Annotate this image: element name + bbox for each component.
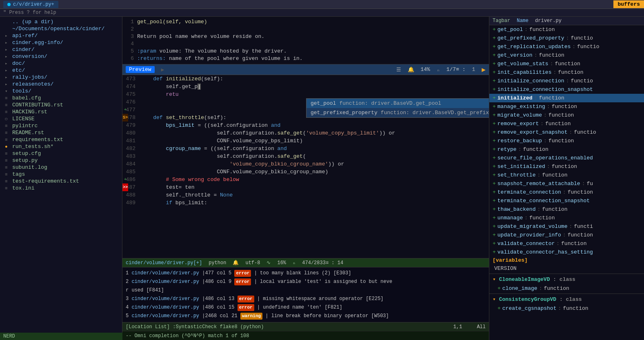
line-content-483: self.configuration.safe_get( (139, 152, 489, 160)
error-link-2[interactable]: cinder/volume/driver.py (131, 279, 199, 285)
tag-update-provider-info[interactable]: +update_provider_info : function (489, 231, 644, 239)
file-icon: ≡ (5, 96, 11, 101)
sidebar-item-test-requirements[interactable]: ≡ test-requirements.txt (0, 178, 122, 185)
tag-set-throttle[interactable]: +set_throttle : function (489, 171, 644, 179)
active-tab[interactable]: c/v/driver.py+ (3, 1, 58, 8)
sidebar-item-label: releasenotes/ (12, 81, 53, 87)
tag-restore-backup[interactable]: +restore_backup : function (489, 137, 644, 145)
sidebar-item-rally-jobs[interactable]: ▸ rally-jobs/ (0, 74, 122, 81)
line-content-486: # Some wrong code below (139, 176, 489, 183)
tag-initialize-connection-snapshot[interactable]: +initialize_connection_snapshot (489, 85, 644, 94)
tag-get-replication-updates[interactable]: +get_replication_updates : functio (489, 42, 644, 51)
sidebar-item-pylintrc[interactable]: ≡ pylintrc (0, 122, 122, 129)
tag-remove-export-snapshot[interactable]: +remove_export_snapshot : functio (489, 128, 644, 137)
sidebar-item-setup-cfg[interactable]: ≡ setup.cfg (0, 150, 122, 157)
sidebar-item-label: subunit.log (12, 164, 47, 170)
tag-validate-connector[interactable]: +validate_connector : function (489, 239, 644, 248)
tag-thaw-backend[interactable]: +thaw_backend : function (489, 205, 644, 214)
error-link-4[interactable]: cinder/volume/driver.py (131, 305, 199, 310)
tag-get-version[interactable]: +get_version : function (489, 51, 644, 60)
tag-snapshot-remote-attachable[interactable]: +snapshot_remote_attachable : fu (489, 179, 644, 188)
dir-icon: ▸ (5, 61, 11, 66)
autocomplete-popup[interactable]: get_pool function: driver.BaseVD.get_poo… (306, 98, 489, 118)
sidebar-item-cinder-path[interactable]: ~/Documents/openstack/cinder/ (0, 25, 122, 32)
sidebar-item-doc[interactable]: ▸ doc/ (0, 60, 122, 67)
file-icon: ≡ (5, 186, 11, 191)
sidebar-item-label: rally-jobs/ (12, 74, 47, 80)
sidebar-item-readme[interactable]: ≡ README.rst (0, 129, 122, 136)
tag-get-prefixed-property[interactable]: +get_prefixed_property : functio (489, 34, 644, 42)
tag-version[interactable]: VERSION (489, 264, 644, 273)
status-bar: cinder/volume/driver.py[+] python 🔔 utf-… (122, 258, 489, 267)
gutter-plus-486: + (122, 176, 128, 183)
sidebar-item-label: babel.cfg (12, 95, 41, 101)
tag-terminate-connection[interactable]: +terminate_connection : function (489, 188, 644, 196)
buffer-label[interactable]: buffers (613, 0, 644, 8)
tagbar-header: Tagbar Name driver.py (489, 17, 644, 25)
omni-text: -- Omni completion (^O^N^P) match 1 of 1… (126, 333, 249, 339)
error-link-3[interactable]: cinder/volume/driver.py (131, 296, 199, 302)
line-content-489: if bps_limit: (139, 199, 489, 207)
tag-get-pool[interactable]: +get_pool : function (489, 25, 644, 34)
error-link-1[interactable]: cinder/volume/driver.py (131, 270, 199, 276)
sidebar-item-tox-ini[interactable]: ≡ tox.ini (0, 185, 122, 192)
sidebar-item-subunit-log[interactable]: ≡ subunit.log (0, 164, 122, 171)
status-percent: 16% (277, 260, 286, 266)
sidebar-item-requirements[interactable]: ≡ requirements.txt (0, 136, 122, 143)
sidebar-item-contributing[interactable]: ≡ CONTRIBUTING.rst (0, 102, 122, 108)
sidebar-item-up-dir[interactable]: .. (up a dir) (0, 18, 122, 25)
sidebar-item-api-ref[interactable]: ▸ api-ref/ (0, 32, 122, 39)
gutter-485: 485 (122, 168, 139, 176)
tag-secure-file-operations-enabled[interactable]: +secure_file_operations_enabled (489, 154, 644, 162)
editor-line-481: 481 CONF.volume_copy_bps_limit) (122, 137, 489, 145)
sidebar-item-cinder[interactable]: ▸ cinder/ (0, 46, 122, 53)
tag-create-cgsnapshot[interactable]: +create_cgsnapshot : function (489, 304, 644, 313)
tag-update-migrated-volume[interactable]: +update_migrated_volume : functi (489, 222, 644, 231)
gutter-479: 479 (122, 121, 139, 129)
sidebar-item-hacking[interactable]: ≡ HACKING.rst (0, 108, 122, 115)
tag-initialize-connection[interactable]: +initialize_connection : functio (489, 77, 644, 85)
sidebar-item-tags[interactable]: ≡ tags (0, 171, 122, 178)
tag-class-cloneable[interactable]: ▾ CloneableImageVD : class (489, 275, 644, 284)
sidebar-item-license[interactable]: ⚇ LICENSE (0, 115, 122, 122)
tag-manage-existing[interactable]: +manage_existing : function (489, 102, 644, 111)
error-msg-2b: r used [F841] (126, 287, 164, 293)
tag-init-capabilities[interactable]: +init_capabilities : function (489, 68, 644, 77)
tag-class-consistency-group[interactable]: ▾ ConsistencyGroupVD : class (489, 295, 644, 304)
sidebar-item-etc[interactable]: ▸ etc/ (0, 67, 122, 74)
sidebar-item-setup-py[interactable]: ≡ setup.py (0, 157, 122, 164)
tag-get-volume-stats[interactable]: +get_volume_stats : function (489, 60, 644, 68)
sidebar-item-run-tests[interactable]: ● run_tests.sh* (0, 143, 122, 150)
sidebar-item-tools[interactable]: ▾ tools/ (0, 88, 122, 95)
tag-terminate-connection-snapshot[interactable]: +terminate_connection_snapshot (489, 196, 644, 205)
tag-clone-image[interactable]: +clone_image : function (489, 284, 644, 293)
file-icon: ≡ (5, 130, 11, 135)
sidebar-item-label: cinder/ (12, 46, 35, 53)
gutter-475: 475 (122, 91, 139, 98)
ac-item-get-prefixed[interactable]: get_prefixed_property function: driver.B… (306, 108, 489, 117)
tag-migrate-volume[interactable]: +migrate_volume : function (489, 111, 644, 119)
sidebar-item-conversion[interactable]: ▸ conversion/ (0, 53, 122, 60)
file-icon: ≡ (5, 103, 11, 108)
status-location: 474/2833≡ : 14 (302, 260, 343, 266)
error-link-5[interactable]: cinder/volume/driver.py (131, 313, 199, 319)
code-editor[interactable]: 473 def initialized(self): 474 self.get_… (122, 75, 489, 258)
editor-line-489: 489 if bps_limit: (122, 199, 489, 207)
error-num-4: 4 (126, 305, 131, 310)
tag-retype[interactable]: +retype : function (489, 145, 644, 154)
sidebar-item-cinder-egg-info[interactable]: ▸ cinder.egg-info/ (0, 39, 122, 46)
sidebar-item-releasenotes[interactable]: ▸ releasenotes/ (0, 81, 122, 88)
tag-set-initialized[interactable]: +set_initialized : function (489, 162, 644, 171)
status-wave-icon: ∿ (266, 260, 271, 266)
gutter-484: 484 (122, 160, 139, 168)
sidebar-item-babel-cfg[interactable]: ≡ babel.cfg (0, 95, 122, 102)
tag-unmanage[interactable]: +unmanage : function (489, 214, 644, 222)
tagbar-divider-1 (489, 274, 644, 274)
tag-remove-export[interactable]: +remove_export : function (489, 119, 644, 128)
error-msg-4: | undefined name 'ten' [F821] (257, 305, 342, 310)
tag-validate-connector-has-setting[interactable]: +validate_connector_has_setting (489, 248, 644, 256)
gutter-483: 483 (122, 152, 139, 160)
tag-initialized[interactable]: +initialized : function (489, 94, 644, 102)
ac-item-get-pool[interactable]: get_pool function: driver.BaseVD.get_poo… (306, 99, 489, 108)
editor-line-483: 483 self.configuration.safe_get( (122, 152, 489, 160)
